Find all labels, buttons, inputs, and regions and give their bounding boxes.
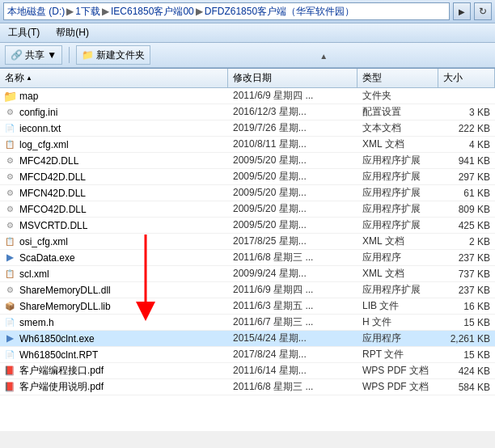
toolbar-separator: [69, 47, 70, 63]
table-row[interactable]: ▶ ScaData.exe 2011/6/8 星期三 ... 应用程序 237 …: [0, 250, 495, 266]
file-name-text: Wh61850clnt.exe: [19, 333, 95, 344]
path-iec[interactable]: IEC61850客户端00: [111, 5, 194, 19]
path-current[interactable]: DFDZ61850客户端（华军软件园）: [205, 5, 354, 19]
table-row[interactable]: 📁 map 2011/6/9 星期四 ... 文件夹: [0, 88, 495, 104]
file-size: 2,261 KB: [438, 332, 495, 345]
nav-refresh-btn[interactable]: ↻: [474, 2, 492, 20]
dll-icon: ⚙: [3, 154, 16, 167]
file-date: 2011/6/3 星期五 ...: [228, 298, 358, 314]
file-name-cell: ⚙ MFCO42D.DLL: [0, 202, 228, 217]
menu-tools[interactable]: 工具(T): [5, 25, 43, 40]
file-type: 应用程序扩展: [358, 201, 438, 217]
table-row[interactable]: ⚙ config.ini 2016/12/3 星期... 配置设置 3 KB: [0, 104, 495, 120]
table-row[interactable]: 📕 客户端编程接口.pdf 2011/6/14 星期... WPS PDF 文档…: [0, 363, 495, 379]
table-row[interactable]: 📋 log_cfg.xml 2010/8/11 星期... XML 文档 4 K…: [0, 137, 495, 153]
file-name-text: MFCO42D.DLL: [19, 204, 87, 215]
file-type: XML 文档: [358, 137, 438, 152]
file-size: 237 KB: [438, 284, 495, 297]
pdf-icon: 📕: [3, 365, 16, 378]
col-header-date[interactable]: 修改日期: [228, 69, 358, 87]
file-date: 2009/5/20 星期...: [228, 169, 358, 184]
lib-icon: 📦: [3, 300, 16, 313]
share-button[interactable]: 🔗 共享 ▼: [5, 45, 62, 65]
file-size: 584 KB: [438, 381, 495, 394]
file-date: 2015/4/24 星期...: [228, 331, 358, 346]
table-row[interactable]: 📄 Wh61850clnt.RPT 2017/8/24 星期... RPT 文件…: [0, 347, 495, 363]
file-name-cell: ⚙ MSVCRTD.DLL: [0, 218, 228, 233]
table-row[interactable]: ⚙ ShareMemoryDLL.dll 2011/6/9 星期四 ... 应用…: [0, 282, 495, 298]
dll-icon: ⚙: [3, 187, 16, 200]
menu-help[interactable]: 帮助(H): [53, 25, 92, 40]
exe-icon: ▶: [3, 332, 16, 345]
file-name-cell: ⚙ MFCD42D.DLL: [0, 170, 228, 184]
col-header-size[interactable]: 大小: [438, 69, 495, 87]
file-name-text: ShareMemoryDLL.dll: [19, 285, 111, 296]
file-name-cell: 📄 smem.h: [0, 315, 228, 330]
nav-forward-btn[interactable]: ▶: [453, 2, 471, 20]
file-name-text: scl.xml: [19, 268, 49, 280]
txt-icon: 📄: [3, 122, 16, 135]
table-row[interactable]: 📕 客户端使用说明.pdf 2011/6/8 星期三 ... WPS PDF 文…: [0, 379, 495, 395]
file-list: 📁 map 2011/6/9 星期四 ... 文件夹 ⚙ config.ini …: [0, 88, 495, 431]
file-name-text: ScaData.exe: [19, 252, 75, 264]
file-name-cell: 📄 ieconn.txt: [0, 121, 228, 136]
table-row[interactable]: ▶ Wh61850clnt.exe 2015/4/24 星期... 应用程序 2…: [0, 331, 495, 347]
menu-bar: 工具(T) 帮助(H): [0, 23, 495, 43]
path-download[interactable]: 1下载: [75, 5, 100, 19]
toolbar: 🔗 共享 ▼ 📁 新建文件夹 ▲: [0, 43, 495, 68]
file-type: XML 文档: [358, 266, 438, 281]
file-type: 应用程序: [358, 250, 438, 265]
file-size: 222 KB: [438, 122, 495, 135]
path-disk[interactable]: 本地磁盘 (D:): [7, 5, 65, 19]
file-name-cell: ⚙ ShareMemoryDLL.dll: [0, 283, 228, 298]
file-name-cell: 📕 客户端编程接口.pdf: [0, 363, 228, 378]
file-date: 2011/6/9 星期四 ...: [228, 282, 358, 298]
file-name-cell: 📋 scl.xml: [0, 267, 228, 281]
table-row[interactable]: ⚙ MFC42D.DLL 2009/5/20 星期... 应用程序扩展 941 …: [0, 153, 495, 169]
new-folder-label: 新建文件夹: [96, 49, 145, 62]
file-type: H 文件: [358, 315, 438, 330]
dll-icon: ⚙: [3, 284, 16, 297]
folder-icon: 📁: [3, 90, 16, 103]
file-name-text: ieconn.txt: [19, 123, 61, 134]
col-header-type[interactable]: 类型: [358, 69, 438, 87]
file-name-text: ShareMemoryDLL.lib: [19, 301, 111, 312]
col-header-name[interactable]: 名称: [0, 69, 228, 87]
file-name-text: MSVCRTD.DLL: [19, 220, 87, 231]
address-path[interactable]: 本地磁盘 (D:) ▶ 1下载 ▶ IEC61850客户端00 ▶ DFDZ61…: [3, 2, 450, 20]
file-date: 2011/6/14 星期...: [228, 363, 358, 378]
table-row[interactable]: 📦 ShareMemoryDLL.lib 2011/6/3 星期五 ... LI…: [0, 298, 495, 315]
file-size: 237 KB: [438, 251, 495, 264]
file-size: 15 KB: [438, 316, 495, 329]
table-row[interactable]: ⚙ MFCD42D.DLL 2009/5/20 星期... 应用程序扩展 297…: [0, 169, 495, 185]
file-size: 4 KB: [438, 138, 495, 151]
file-date: 2009/5/20 星期...: [228, 153, 358, 168]
file-size: 424 KB: [438, 365, 495, 378]
table-row[interactable]: 📄 smem.h 2011/6/7 星期三 ... H 文件 15 KB: [0, 315, 495, 331]
table-row[interactable]: 📋 osi_cfg.xml 2017/8/25 星期... XML 文档 2 K…: [0, 234, 495, 250]
file-date: 2009/9/24 星期...: [228, 266, 358, 281]
file-date: 2009/5/20 星期...: [228, 185, 358, 201]
table-row[interactable]: 📋 scl.xml 2009/9/24 星期... XML 文档 737 KB: [0, 266, 495, 282]
file-name-text: config.ini: [19, 107, 57, 118]
file-date: 2010/8/11 星期...: [228, 137, 358, 152]
file-size: 809 KB: [438, 203, 495, 216]
file-name-text: Wh61850clnt.RPT: [19, 349, 98, 361]
table-row[interactable]: ⚙ MSVCRTD.DLL 2009/5/20 星期... 应用程序扩展 425…: [0, 218, 495, 234]
file-name-cell: ▶ Wh61850clnt.exe: [0, 332, 228, 346]
file-date: 2011/6/8 星期三 ...: [228, 379, 358, 395]
table-row[interactable]: ⚙ MFCN42D.DLL 2009/5/20 星期... 应用程序扩展 61 …: [0, 185, 495, 201]
table-row[interactable]: 📄 ieconn.txt 2019/7/26 星期... 文本文档 222 KB: [0, 120, 495, 137]
table-row[interactable]: ⚙ MFCO42D.DLL 2009/5/20 星期... 应用程序扩展 809…: [0, 201, 495, 218]
file-type: 应用程序扩展: [358, 169, 438, 184]
file-date: 2009/5/20 星期...: [228, 201, 358, 217]
ini-icon: ⚙: [3, 106, 16, 119]
file-date: 2011/6/8 星期三 ...: [228, 250, 358, 265]
file-name-text: MFCD42D.DLL: [19, 171, 86, 183]
file-type: 应用程序扩展: [358, 153, 438, 168]
new-folder-button[interactable]: 📁 新建文件夹: [76, 45, 150, 65]
file-name-text: 客户端使用说明.pdf: [19, 380, 104, 394]
file-type: 应用程序扩展: [358, 185, 438, 201]
file-name-cell: ⚙ MFCN42D.DLL: [0, 186, 228, 201]
file-name-text: 客户端编程接口.pdf: [19, 364, 104, 378]
